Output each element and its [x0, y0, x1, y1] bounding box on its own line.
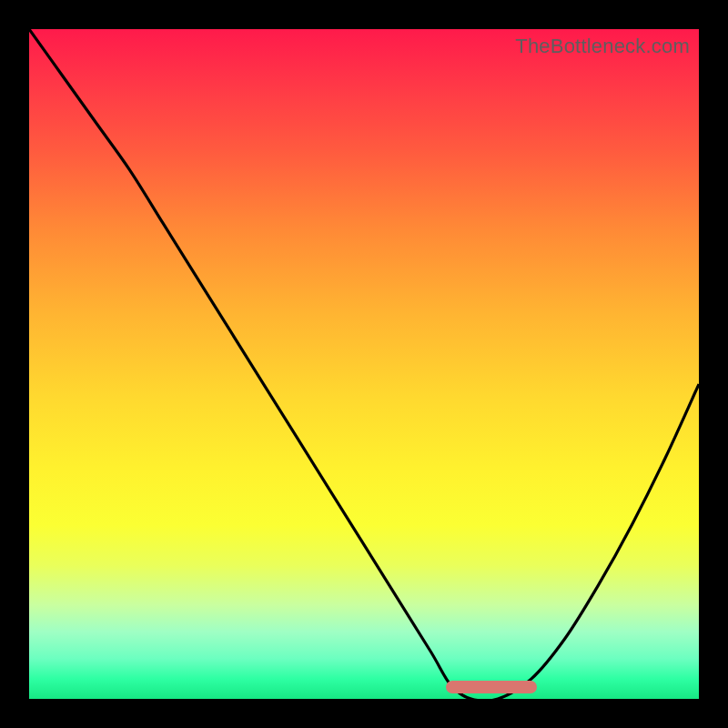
plot-area: TheBottleneck.com	[29, 29, 699, 699]
credit-label: TheBottleneck.com	[515, 35, 690, 58]
chart-frame: TheBottleneck.com	[0, 0, 728, 728]
optimal-range-marker	[446, 681, 537, 693]
bottleneck-curve	[29, 29, 699, 699]
